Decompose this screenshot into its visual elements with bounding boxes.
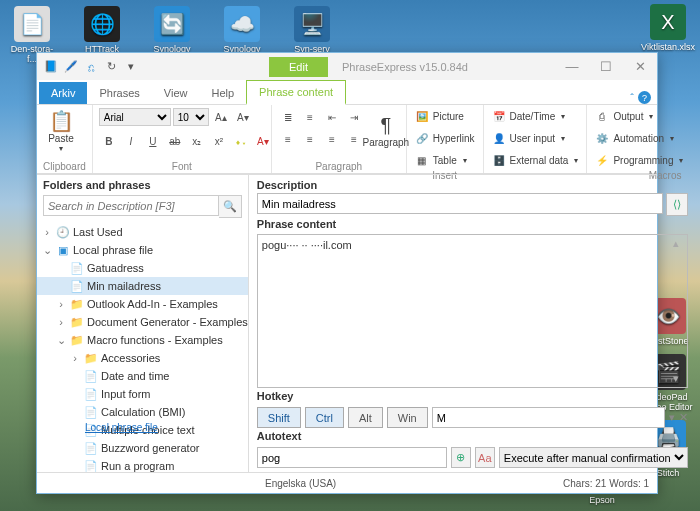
tab-view[interactable]: View (152, 82, 200, 104)
qat-dropdown-icon[interactable]: ▾ (123, 59, 139, 75)
tree-item-min-mailadress[interactable]: 📄Min mailadress (37, 277, 248, 295)
grow-font-icon[interactable]: A▴ (211, 107, 231, 127)
paste-button[interactable]: 📋Paste▾ (43, 107, 79, 155)
tab-help[interactable]: Help (199, 82, 246, 104)
tab-phrase-content[interactable]: Phrase content (246, 80, 346, 105)
hotkey-alt[interactable]: Alt (348, 407, 383, 428)
desktop-icon[interactable]: XViktlistan.xlsx (642, 4, 694, 52)
align-left-icon[interactable]: ≡ (278, 129, 298, 149)
hotkey-key-input[interactable] (432, 407, 665, 428)
bullet-list-icon[interactable]: ≣ (278, 107, 298, 127)
autotext-add-icon[interactable]: ⊕ (451, 447, 471, 468)
hotkey-label: Hotkey (257, 390, 688, 402)
tree-item-inputform[interactable]: 📄Input form (37, 385, 248, 403)
maximize-button[interactable]: ☐ (589, 56, 623, 78)
insert-table[interactable]: ▦Table▾ (413, 151, 469, 169)
description-add-icon[interactable]: ⟨⟩ (666, 193, 688, 216)
search-input[interactable] (43, 195, 219, 216)
autotext-input[interactable] (257, 447, 447, 468)
underline-button[interactable]: U (143, 131, 163, 151)
context-tab[interactable]: Edit (269, 57, 328, 77)
hotkey-dropdown-icon[interactable]: ▾ (669, 411, 675, 424)
tree-macro-examples[interactable]: ⌄📁Macro functions - Examples (37, 331, 248, 349)
phrase-content-editor[interactable]: pogu···· ·· ····il.com ▴▾ (257, 234, 688, 388)
tree-item-buzzword[interactable]: 📄Buzzword generator (37, 439, 248, 457)
italic-button[interactable]: I (121, 131, 141, 151)
ribbon: 📋Paste▾ Clipboard Arial 10 A▴ A▾ B I U a… (37, 105, 657, 174)
tree-local-phrase-file[interactable]: ⌄▣Local phrase file (37, 241, 248, 259)
output-menu[interactable]: ⎙Output▾ (593, 107, 655, 125)
highlight-button[interactable]: ⬧▾ (231, 131, 251, 151)
number-list-icon[interactable]: ≡ (300, 107, 320, 127)
autotext-label: Autotext (257, 430, 688, 442)
ribbon-tabs: Arkiv Phrases View Help Phrase content ˆ… (37, 80, 657, 105)
left-panel-title: Folders and phrases (37, 175, 248, 195)
bold-button[interactable]: B (99, 131, 119, 151)
strike-button[interactable]: ab (165, 131, 185, 151)
font-size-select[interactable]: 10 (173, 108, 209, 126)
hotkey-clear-icon[interactable]: ✕ (679, 411, 688, 424)
tree-item-datetime[interactable]: 📄Date and time (37, 367, 248, 385)
shrink-font-icon[interactable]: A▾ (233, 107, 253, 127)
subscript-button[interactable]: x₂ (187, 131, 207, 151)
tree-last-used[interactable]: ›🕘Last Used (37, 223, 248, 241)
tree-accessories[interactable]: ›📁Accessories (37, 349, 248, 367)
app-icon[interactable]: 📘 (43, 59, 59, 75)
outdent-icon[interactable]: ⇤ (322, 107, 342, 127)
help-icon[interactable]: ? (638, 91, 651, 104)
group-font-label: Font (99, 160, 265, 173)
titlebar: 📘 🖊️ ⎌ ↻ ▾ Edit PhraseExpress v15.0.84d … (37, 53, 657, 80)
window-title: PhraseExpress v15.0.84d (342, 61, 468, 73)
superscript-button[interactable]: x² (209, 131, 229, 151)
group-clipboard-label: Clipboard (43, 160, 86, 173)
hotkey-shift[interactable]: Shift (257, 407, 301, 428)
automation-menu[interactable]: ⚙️Automation▾ (593, 129, 676, 147)
qat-undo-icon[interactable]: ⎌ (83, 59, 99, 75)
close-button[interactable]: ✕ (623, 56, 657, 78)
tab-phrases[interactable]: Phrases (87, 82, 151, 104)
local-phrase-file-link[interactable]: Local phrase file (79, 418, 164, 437)
hotkey-ctrl[interactable]: Ctrl (305, 407, 344, 428)
qat-save-icon[interactable]: 🖊️ (63, 59, 79, 75)
font-color-button[interactable]: A▾ (253, 131, 273, 151)
description-input[interactable] (257, 193, 663, 214)
quick-access-toolbar: 📘 🖊️ ⎌ ↻ ▾ (37, 59, 139, 75)
status-counts: Chars: 21 Words: 1 (563, 478, 649, 489)
right-panel: Description ⟨⟩ Phrase content pogu···· ·… (249, 175, 696, 472)
hotkey-win[interactable]: Win (387, 407, 428, 428)
datetime-menu[interactable]: 📅Date/Time▾ (490, 107, 568, 125)
scroll-down-icon[interactable]: ▾ (673, 372, 685, 385)
tree-docgen-examples[interactable]: ›📁Document Generator - Examples (37, 313, 248, 331)
indent-icon[interactable]: ⇥ (344, 107, 364, 127)
tree-outlook-examples[interactable]: ›📁Outlook Add-In - Examples (37, 295, 248, 313)
minimize-button[interactable]: — (555, 56, 589, 78)
status-bar: Local phrase file Engelska (USA) Chars: … (37, 472, 657, 493)
scroll-up-icon[interactable]: ▴ (673, 237, 685, 250)
insert-hyperlink[interactable]: 🔗Hyperlink (413, 129, 477, 147)
description-label: Description (257, 179, 688, 191)
autotext-trigger-select[interactable]: Execute after manual confirmation (499, 447, 688, 468)
userinput-menu[interactable]: 👤User input▾ (490, 129, 568, 147)
status-language: Engelska (USA) (265, 478, 336, 489)
group-paragraph-label: Paragraph (278, 160, 400, 173)
tree-item-runprogram[interactable]: 📄Run a program (37, 457, 248, 472)
autotext-case-icon[interactable]: Aa (475, 447, 495, 468)
ribbon-collapse-icon[interactable]: ˆ (630, 92, 634, 104)
programming-menu[interactable]: ⚡Programming▾ (593, 151, 685, 169)
app-window: 📘 🖊️ ⎌ ↻ ▾ Edit PhraseExpress v15.0.84d … (36, 52, 658, 494)
font-family-select[interactable]: Arial (99, 108, 171, 126)
qat-redo-icon[interactable]: ↻ (103, 59, 119, 75)
align-right-icon[interactable]: ≡ (322, 129, 342, 149)
search-icon[interactable]: 🔍 (219, 195, 242, 218)
insert-picture[interactable]: 🖼️Picture (413, 107, 466, 125)
phrase-content-label: Phrase content (257, 218, 688, 230)
paragraph-button[interactable]: ¶Paragraph (368, 107, 404, 155)
align-justify-icon[interactable]: ≡ (344, 129, 364, 149)
tree-item-gatuadress[interactable]: 📄Gatuadress (37, 259, 248, 277)
align-center-icon[interactable]: ≡ (300, 129, 320, 149)
externaldata-menu[interactable]: 🗄️External data▾ (490, 151, 581, 169)
tab-file[interactable]: Arkiv (39, 82, 87, 104)
